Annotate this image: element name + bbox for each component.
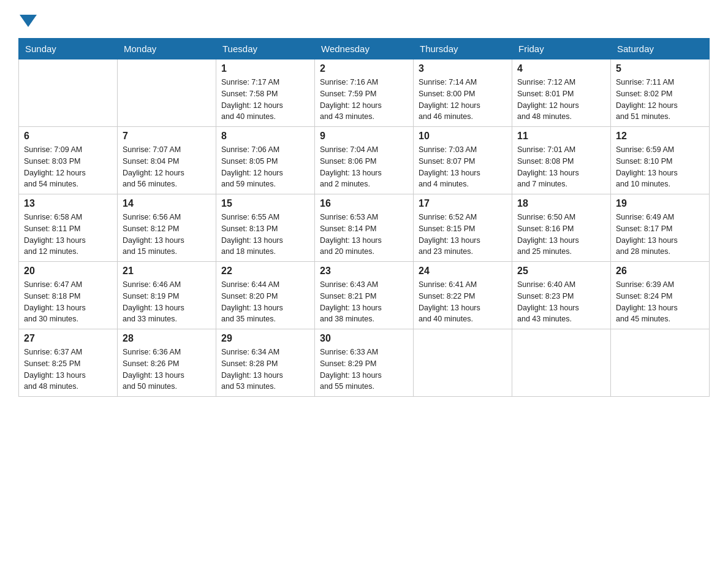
calendar-cell (414, 329, 512, 397)
calendar-cell: 5Sunrise: 7:11 AMSunset: 8:02 PMDaylight… (611, 59, 710, 127)
calendar-cell: 13Sunrise: 6:58 AMSunset: 8:11 PMDayligh… (19, 194, 118, 262)
calendar-cell: 18Sunrise: 6:50 AMSunset: 8:16 PMDayligh… (512, 194, 611, 262)
week-row: 27Sunrise: 6:37 AMSunset: 8:25 PMDayligh… (19, 329, 710, 397)
day-number: 28 (123, 333, 211, 344)
calendar-cell: 25Sunrise: 6:40 AMSunset: 8:23 PMDayligh… (512, 262, 611, 329)
calendar-cell: 22Sunrise: 6:44 AMSunset: 8:20 PMDayligh… (216, 262, 315, 329)
calendar-cell: 30Sunrise: 6:33 AMSunset: 8:29 PMDayligh… (315, 329, 414, 397)
day-number: 7 (123, 131, 211, 142)
day-number: 21 (123, 266, 211, 277)
calendar-cell: 3Sunrise: 7:14 AMSunset: 8:00 PMDaylight… (414, 59, 512, 127)
week-row: 13Sunrise: 6:58 AMSunset: 8:11 PMDayligh… (19, 194, 710, 262)
day-number: 13 (24, 198, 112, 209)
day-info: Sunrise: 7:06 AMSunset: 8:05 PMDaylight:… (221, 144, 309, 190)
calendar-cell: 29Sunrise: 6:34 AMSunset: 8:28 PMDayligh… (216, 329, 315, 397)
day-info: Sunrise: 6:56 AMSunset: 8:12 PMDaylight:… (123, 212, 211, 258)
day-number: 22 (221, 266, 309, 277)
logo-triangle-icon (20, 15, 37, 27)
day-number: 14 (123, 198, 211, 209)
calendar-cell: 10Sunrise: 7:03 AMSunset: 8:07 PMDayligh… (414, 127, 512, 194)
calendar-cell: 7Sunrise: 7:07 AMSunset: 8:04 PMDaylight… (118, 127, 216, 194)
day-number: 24 (419, 266, 507, 277)
day-number: 12 (616, 131, 704, 142)
day-number: 9 (320, 131, 408, 142)
day-info: Sunrise: 7:03 AMSunset: 8:07 PMDaylight:… (419, 144, 507, 190)
day-info: Sunrise: 6:47 AMSunset: 8:18 PMDaylight:… (24, 279, 112, 325)
day-info: Sunrise: 7:04 AMSunset: 8:06 PMDaylight:… (320, 144, 408, 190)
calendar-cell: 26Sunrise: 6:39 AMSunset: 8:24 PMDayligh… (611, 262, 710, 329)
day-info: Sunrise: 6:40 AMSunset: 8:23 PMDaylight:… (517, 279, 605, 325)
day-of-week-header: Thursday (414, 39, 512, 59)
calendar-cell: 15Sunrise: 6:55 AMSunset: 8:13 PMDayligh… (216, 194, 315, 262)
day-number: 20 (24, 266, 112, 277)
day-info: Sunrise: 6:44 AMSunset: 8:20 PMDaylight:… (221, 279, 309, 325)
calendar-cell (118, 59, 216, 127)
day-info: Sunrise: 7:11 AMSunset: 8:02 PMDaylight:… (616, 77, 704, 123)
day-of-week-header: Tuesday (216, 39, 315, 59)
day-info: Sunrise: 7:16 AMSunset: 7:59 PMDaylight:… (320, 77, 408, 123)
week-row: 6Sunrise: 7:09 AMSunset: 8:03 PMDaylight… (19, 127, 710, 194)
day-number: 27 (24, 333, 112, 344)
day-of-week-header: Monday (118, 39, 216, 59)
calendar-cell: 20Sunrise: 6:47 AMSunset: 8:18 PMDayligh… (19, 262, 118, 329)
calendar-cell: 16Sunrise: 6:53 AMSunset: 8:14 PMDayligh… (315, 194, 414, 262)
calendar-cell: 28Sunrise: 6:36 AMSunset: 8:26 PMDayligh… (118, 329, 216, 397)
day-info: Sunrise: 7:17 AMSunset: 7:58 PMDaylight:… (221, 77, 309, 123)
calendar-cell: 4Sunrise: 7:12 AMSunset: 8:01 PMDaylight… (512, 59, 611, 127)
day-info: Sunrise: 6:52 AMSunset: 8:15 PMDaylight:… (419, 212, 507, 258)
day-of-week-header: Friday (512, 39, 611, 59)
day-number: 29 (221, 333, 309, 344)
calendar-cell: 12Sunrise: 6:59 AMSunset: 8:10 PMDayligh… (611, 127, 710, 194)
day-number: 15 (221, 198, 309, 209)
week-row: 20Sunrise: 6:47 AMSunset: 8:18 PMDayligh… (19, 262, 710, 329)
calendar-cell: 19Sunrise: 6:49 AMSunset: 8:17 PMDayligh… (611, 194, 710, 262)
calendar-cell (611, 329, 710, 397)
day-of-week-header: Saturday (611, 39, 710, 59)
day-number: 1 (221, 63, 309, 74)
day-of-week-header: Sunday (19, 39, 118, 59)
calendar-cell: 1Sunrise: 7:17 AMSunset: 7:58 PMDaylight… (216, 59, 315, 127)
calendar-cell: 14Sunrise: 6:56 AMSunset: 8:12 PMDayligh… (118, 194, 216, 262)
calendar-cell (512, 329, 611, 397)
day-info: Sunrise: 7:01 AMSunset: 8:08 PMDaylight:… (517, 144, 605, 190)
day-number: 4 (517, 63, 605, 74)
day-info: Sunrise: 7:14 AMSunset: 8:00 PMDaylight:… (419, 77, 507, 123)
calendar-cell: 6Sunrise: 7:09 AMSunset: 8:03 PMDaylight… (19, 127, 118, 194)
day-info: Sunrise: 6:53 AMSunset: 8:14 PMDaylight:… (320, 212, 408, 258)
day-info: Sunrise: 6:39 AMSunset: 8:24 PMDaylight:… (616, 279, 704, 325)
page-header (18, 12, 710, 26)
day-info: Sunrise: 6:46 AMSunset: 8:19 PMDaylight:… (123, 279, 211, 325)
day-number: 6 (24, 131, 112, 142)
day-number: 10 (419, 131, 507, 142)
day-number: 26 (616, 266, 704, 277)
day-number: 16 (320, 198, 408, 209)
day-info: Sunrise: 6:59 AMSunset: 8:10 PMDaylight:… (616, 144, 704, 190)
calendar-cell: 8Sunrise: 7:06 AMSunset: 8:05 PMDaylight… (216, 127, 315, 194)
calendar-cell: 27Sunrise: 6:37 AMSunset: 8:25 PMDayligh… (19, 329, 118, 397)
calendar-cell: 23Sunrise: 6:43 AMSunset: 8:21 PMDayligh… (315, 262, 414, 329)
calendar-cell (19, 59, 118, 127)
day-number: 25 (517, 266, 605, 277)
calendar-cell: 11Sunrise: 7:01 AMSunset: 8:08 PMDayligh… (512, 127, 611, 194)
calendar-table: SundayMondayTuesdayWednesdayThursdayFrid… (18, 38, 710, 397)
week-row: 1Sunrise: 7:17 AMSunset: 7:58 PMDaylight… (19, 59, 710, 127)
calendar-cell: 2Sunrise: 7:16 AMSunset: 7:59 PMDaylight… (315, 59, 414, 127)
day-info: Sunrise: 6:36 AMSunset: 8:26 PMDaylight:… (123, 347, 211, 393)
calendar-cell: 9Sunrise: 7:04 AMSunset: 8:06 PMDaylight… (315, 127, 414, 194)
calendar-cell: 17Sunrise: 6:52 AMSunset: 8:15 PMDayligh… (414, 194, 512, 262)
day-info: Sunrise: 7:07 AMSunset: 8:04 PMDaylight:… (123, 144, 211, 190)
day-info: Sunrise: 6:49 AMSunset: 8:17 PMDaylight:… (616, 212, 704, 258)
day-info: Sunrise: 6:55 AMSunset: 8:13 PMDaylight:… (221, 212, 309, 258)
day-number: 3 (419, 63, 507, 74)
logo (18, 12, 37, 26)
day-number: 11 (517, 131, 605, 142)
day-info: Sunrise: 6:37 AMSunset: 8:25 PMDaylight:… (24, 347, 112, 393)
day-info: Sunrise: 6:58 AMSunset: 8:11 PMDaylight:… (24, 212, 112, 258)
day-number: 2 (320, 63, 408, 74)
day-number: 30 (320, 333, 408, 344)
day-number: 18 (517, 198, 605, 209)
day-info: Sunrise: 6:43 AMSunset: 8:21 PMDaylight:… (320, 279, 408, 325)
calendar-cell: 24Sunrise: 6:41 AMSunset: 8:22 PMDayligh… (414, 262, 512, 329)
day-info: Sunrise: 6:50 AMSunset: 8:16 PMDaylight:… (517, 212, 605, 258)
day-info: Sunrise: 6:34 AMSunset: 8:28 PMDaylight:… (221, 347, 309, 393)
